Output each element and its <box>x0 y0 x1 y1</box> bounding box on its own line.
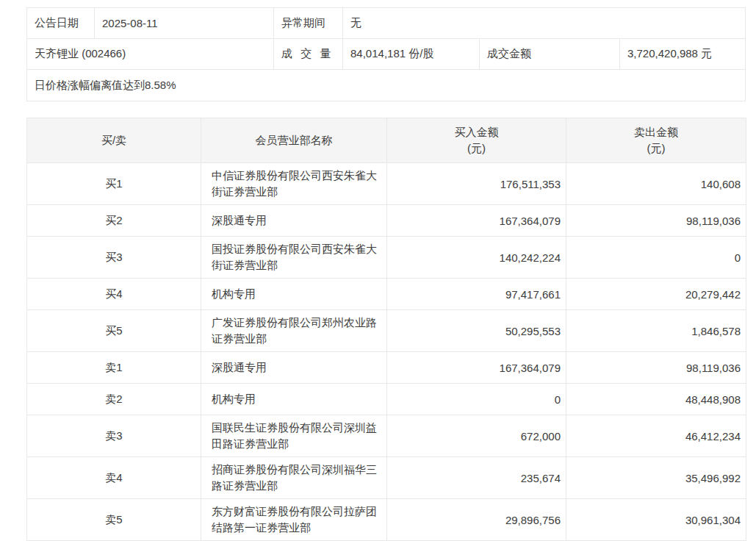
stock-name: 天齐锂业 (002466) <box>27 39 274 69</box>
sell-amount-cell: 46,412,234 <box>566 415 746 457</box>
branch-cell: 机构专用 <box>201 279 387 310</box>
side-cell: 卖2 <box>27 384 201 415</box>
buy-amount-cell: 167,364,079 <box>387 205 566 237</box>
table-row: 买3 国投证券股份有限公司西安朱雀大街证券营业部 140,242,224 0 <box>27 237 746 279</box>
announce-date-value: 2025-08-11 <box>95 8 274 38</box>
branch-cell: 国联民生证券股份有限公司深圳益田路证券营业部 <box>201 415 387 457</box>
trades-table: 买/卖 会员营业部名称 买入金额 (元) 卖出金额 (元) 买1 中信证券股份有… <box>26 118 746 541</box>
header-sell-amount-line1: 卖出金额 <box>566 124 746 140</box>
header-buy-amount-line2: (元) <box>387 140 566 157</box>
table-row: 卖1 深股通专用 167,364,079 98,119,036 <box>27 352 746 384</box>
side-cell: 卖1 <box>27 352 201 384</box>
buy-amount-cell: 235,674 <box>387 457 566 499</box>
sell-amount-cell: 140,608 <box>566 163 746 205</box>
branch-cell: 深股通专用 <box>201 352 387 384</box>
branch-cell: 广发证券股份有限公司郑州农业路证券营业部 <box>201 310 387 352</box>
table-row: 卖3 国联民生证券股份有限公司深圳益田路证券营业部 672,000 46,412… <box>27 415 746 457</box>
info-row-reason: 日价格涨幅偏离值达到8.58% <box>27 70 745 101</box>
sell-amount-cell: 35,496,992 <box>566 457 746 499</box>
info-row-date: 公告日期 2025-08-11 异常期间 无 <box>27 8 745 39</box>
abnormal-period-label: 异常期间 <box>274 8 343 38</box>
sell-amount-cell: 0 <box>566 237 746 279</box>
branch-cell: 深股通专用 <box>201 205 387 237</box>
table-row: 卖4 招商证券股份有限公司深圳福华三路证券营业部 235,674 35,496,… <box>27 457 746 499</box>
buy-amount-cell: 97,417,661 <box>387 279 566 310</box>
side-cell: 卖3 <box>27 415 201 457</box>
side-cell: 买5 <box>27 310 201 352</box>
info-panel: 公告日期 2025-08-11 异常期间 无 天齐锂业 (002466) 成 交… <box>26 7 746 101</box>
buy-amount-cell: 176,511,353 <box>387 163 566 205</box>
table-row: 买2 深股通专用 167,364,079 98,119,036 <box>27 205 746 237</box>
side-cell: 买4 <box>27 279 201 310</box>
sell-amount-cell: 20,279,442 <box>566 279 746 310</box>
volume-value: 84,014,181 份/股 <box>343 39 480 69</box>
table-row: 买4 机构专用 97,417,661 20,279,442 <box>27 279 746 310</box>
side-cell: 卖4 <box>27 457 201 499</box>
turnover-label: 成交金额 <box>480 39 620 69</box>
buy-amount-cell: 167,364,079 <box>387 352 566 384</box>
page: 公告日期 2025-08-11 异常期间 无 天齐锂业 (002466) 成 交… <box>0 0 756 541</box>
branch-cell: 国投证券股份有限公司西安朱雀大街证券营业部 <box>201 237 387 279</box>
side-cell: 买1 <box>27 163 201 205</box>
header-sell-amount: 卖出金额 (元) <box>566 118 746 163</box>
deviation-reason: 日价格涨幅偏离值达到8.58% <box>27 70 745 101</box>
header-side: 买/卖 <box>27 118 201 163</box>
branch-cell: 东方财富证券股份有限公司拉萨团结路第一证券营业部 <box>201 499 387 541</box>
table-header-row: 买/卖 会员营业部名称 买入金额 (元) 卖出金额 (元) <box>27 118 746 163</box>
header-branch: 会员营业部名称 <box>201 118 387 163</box>
buy-amount-cell: 50,295,553 <box>387 310 566 352</box>
branch-cell: 机构专用 <box>201 384 387 415</box>
table-row: 买5 广发证券股份有限公司郑州农业路证券营业部 50,295,553 1,846… <box>27 310 746 352</box>
side-cell: 买2 <box>27 205 201 237</box>
sell-amount-cell: 98,119,036 <box>566 205 746 237</box>
buy-amount-cell: 29,896,756 <box>387 499 566 541</box>
header-buy-amount: 买入金额 (元) <box>387 118 566 163</box>
info-row-stock: 天齐锂业 (002466) 成 交 量 84,014,181 份/股 成交金额 … <box>27 39 745 70</box>
table-row: 卖2 机构专用 0 48,448,908 <box>27 384 746 415</box>
volume-label: 成 交 量 <box>274 39 343 69</box>
sell-amount-cell: 98,119,036 <box>566 352 746 384</box>
announce-date-label: 公告日期 <box>27 8 95 38</box>
buy-amount-cell: 140,242,224 <box>387 237 566 279</box>
branch-cell: 中信证券股份有限公司西安朱雀大街证券营业部 <box>201 163 387 205</box>
abnormal-period-value: 无 <box>343 8 745 38</box>
sell-amount-cell: 48,448,908 <box>566 384 746 415</box>
branch-cell: 招商证券股份有限公司深圳福华三路证券营业部 <box>201 457 387 499</box>
header-sell-amount-line2: (元) <box>566 140 746 157</box>
buy-amount-cell: 0 <box>387 384 566 415</box>
turnover-value: 3,720,420,988 元 <box>620 39 745 69</box>
side-cell: 买3 <box>27 237 201 279</box>
sell-amount-cell: 30,961,304 <box>566 499 746 541</box>
sell-amount-cell: 1,846,578 <box>566 310 746 352</box>
table-row: 卖5 东方财富证券股份有限公司拉萨团结路第一证券营业部 29,896,756 3… <box>27 499 746 541</box>
header-buy-amount-line1: 买入金额 <box>387 124 566 140</box>
table-row: 买1 中信证券股份有限公司西安朱雀大街证券营业部 176,511,353 140… <box>27 163 746 205</box>
buy-amount-cell: 672,000 <box>387 415 566 457</box>
side-cell: 卖5 <box>27 499 201 541</box>
